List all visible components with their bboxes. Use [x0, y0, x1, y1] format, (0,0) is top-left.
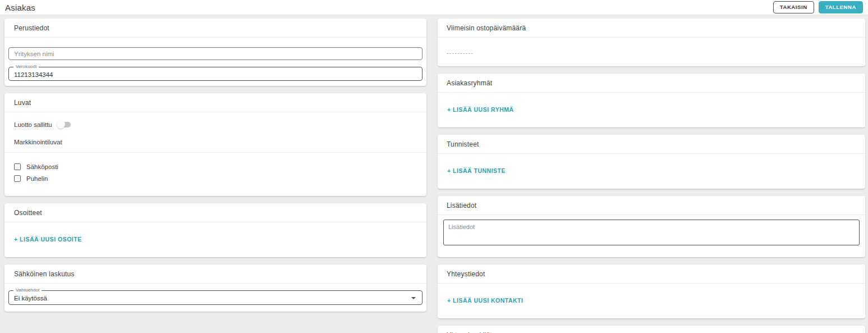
company-name-input[interactable]	[8, 47, 422, 60]
e-invoicing-body: Vaihtoehdot Ei käytössä	[4, 284, 426, 312]
contact-info-body: + LISÄÄ UUSI KONTAKTI	[438, 284, 865, 318]
e-invoicing-title: Sähköinen laskutus	[4, 264, 426, 284]
tags-title: Tunnisteet	[438, 135, 865, 154]
top-bar: Asiakas TAKAISIN TALLENNA	[0, 0, 868, 15]
customer-groups-card: Asiakasryhmät + LISÄÄ UUSI RYHMÄ	[438, 74, 865, 127]
add-contact-link[interactable]: + LISÄÄ UUSI KONTAKTI	[447, 297, 523, 304]
options-select[interactable]: Vaihtoehdot Ei käytössä	[8, 290, 422, 305]
credit-allowed-toggle[interactable]	[58, 122, 71, 127]
tax-code-label: Verokoodi	[13, 65, 39, 70]
phone-checkbox[interactable]	[14, 175, 21, 182]
credit-allowed-row: Luotto sallittu	[14, 121, 417, 128]
checkbox-row-email[interactable]: Sähköposti	[14, 163, 417, 170]
contact-info-card: Yhteystiedot + LISÄÄ UUSI KONTAKTI	[438, 264, 865, 318]
contact-persons-card: Yhteyshenkilöt + + LISÄÄ UUSI KONTAKTIHE…	[438, 326, 865, 333]
content-area: Perustiedot Verokoodi Luvat Luotto salli…	[0, 15, 868, 333]
additional-info-title: Lisätiedot	[438, 196, 865, 215]
save-button[interactable]: TALLENNA	[819, 1, 863, 13]
add-address-link[interactable]: + LISÄÄ UUSI OSOITE	[14, 236, 82, 243]
customer-groups-body: + LISÄÄ UUSI RYHMÄ	[438, 93, 865, 127]
last-purchase-card: Viimeisin ostopäivämäärä ----------	[438, 19, 865, 66]
page-title: Asiakas	[5, 3, 35, 12]
marketing-checkbox-list: Sähköposti Puhelin	[4, 153, 426, 196]
basic-info-title: Perustiedot	[4, 19, 426, 38]
add-group-link[interactable]: + LISÄÄ UUSI RYHMÄ	[447, 106, 514, 113]
basic-info-card: Perustiedot Verokoodi	[4, 19, 426, 86]
topbar-actions: TAKAISIN TALLENNA	[773, 1, 863, 13]
customer-groups-title: Asiakasryhmät	[438, 74, 865, 93]
phone-checkbox-label: Puhelin	[26, 175, 48, 182]
chevron-down-icon	[411, 297, 416, 299]
tags-card: Tunnisteet + LISÄÄ TUNNISTE	[438, 135, 865, 189]
last-purchase-value: ----------	[447, 50, 474, 56]
last-purchase-body: ----------	[438, 38, 865, 66]
basic-info-body: Verokoodi	[4, 38, 426, 86]
last-purchase-title: Viimeisin ostopäivämäärä	[438, 19, 865, 38]
contact-info-title: Yhteystiedot	[438, 264, 865, 284]
email-checkbox[interactable]	[14, 163, 21, 170]
tags-body: + LISÄÄ TUNNISTE	[438, 154, 865, 189]
additional-info-card: Lisätiedot	[438, 196, 865, 257]
addresses-card: Osoitteet + LISÄÄ UUSI OSOITE	[4, 203, 426, 257]
permissions-card: Luvat Luotto sallittu Markkinointiluvat …	[4, 93, 426, 196]
options-select-label: Vaihtoehdot	[13, 288, 42, 293]
left-column: Perustiedot Verokoodi Luvat Luotto salli…	[4, 19, 426, 319]
permissions-top: Luotto sallittu Markkinointiluvat	[4, 112, 426, 152]
checkbox-row-phone[interactable]: Puhelin	[14, 175, 417, 182]
options-select-value: Ei käytössä	[9, 291, 422, 302]
back-button[interactable]: TAKAISIN	[773, 1, 814, 13]
e-invoicing-card: Sähköinen laskutus Vaihtoehdot Ei käytös…	[4, 264, 426, 312]
tax-code-field: Verokoodi	[8, 67, 422, 81]
credit-allowed-label: Luotto sallittu	[14, 121, 52, 128]
additional-info-body	[438, 215, 865, 257]
tax-code-input[interactable]	[9, 67, 422, 80]
marketing-permissions-label: Markkinointiluvat	[14, 139, 417, 145]
permissions-title: Luvat	[4, 93, 426, 112]
email-checkbox-label: Sähköposti	[26, 163, 58, 170]
addresses-title: Osoitteet	[4, 203, 426, 222]
contact-persons-title: Yhteyshenkilöt	[438, 326, 865, 333]
additional-info-textarea[interactable]	[443, 220, 860, 245]
addresses-body: + LISÄÄ UUSI OSOITE	[4, 222, 426, 257]
right-column: Viimeisin ostopäivämäärä ---------- Asia…	[438, 19, 865, 333]
toggle-knob	[57, 120, 65, 129]
add-tag-link[interactable]: + LISÄÄ TUNNISTE	[447, 167, 506, 174]
